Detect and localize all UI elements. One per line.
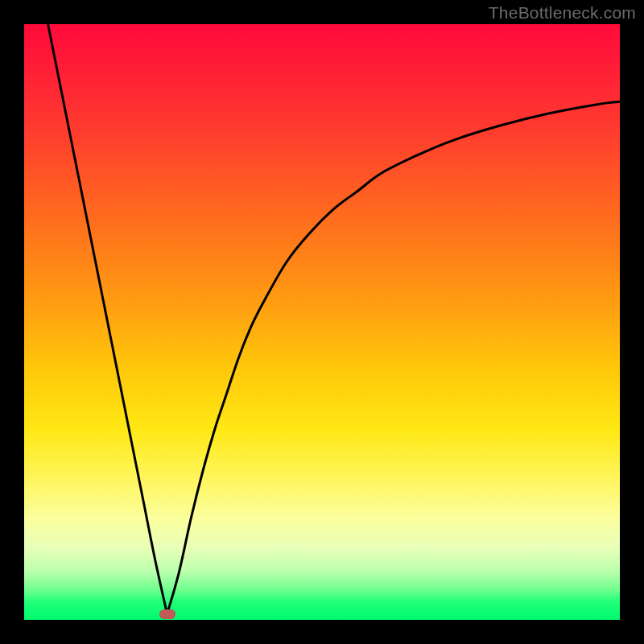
bottleneck-curve [24, 24, 620, 620]
plot-area [24, 24, 620, 620]
chart-frame: TheBottleneck.com [0, 0, 644, 644]
optimal-point-marker [159, 609, 175, 619]
watermark-text: TheBottleneck.com [489, 3, 636, 23]
